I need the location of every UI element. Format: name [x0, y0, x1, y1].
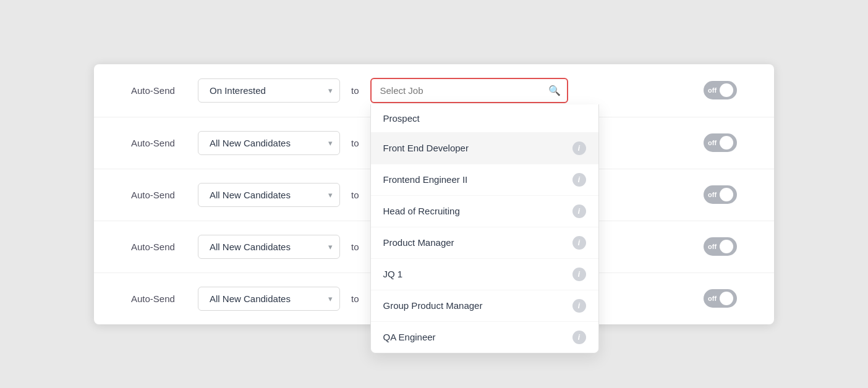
- job-search-wrapper: 🔍 Prospect Front End Developer i Fronten…: [370, 78, 568, 103]
- dropdown-item-jq1[interactable]: JQ 1 i: [371, 259, 598, 290]
- main-card: Auto-Send On Interested ▾ to 🔍 Prospect …: [94, 64, 774, 324]
- to-label-5: to: [351, 293, 359, 304]
- auto-send-label-4: Auto-Send: [131, 242, 187, 252]
- dropdown-item-label-head-recruiting: Head of Recruiting: [383, 206, 460, 216]
- dropdown-item-head-recruiting[interactable]: Head of Recruiting i: [371, 196, 598, 227]
- candidate-type-wrapper-3: All New Candidates ▾: [198, 183, 340, 207]
- to-label-2: to: [351, 138, 359, 148]
- candidate-type-value-4: All New Candidates: [210, 242, 291, 252]
- search-icon: 🔍: [548, 85, 561, 96]
- auto-send-label-2: Auto-Send: [131, 138, 187, 148]
- toggle-knob-4: [720, 240, 733, 253]
- candidate-type-wrapper-4: All New Candidates ▾: [198, 235, 340, 259]
- job-search-input[interactable]: [370, 78, 568, 103]
- toggle-knob-1: [720, 83, 733, 97]
- info-icon-frontend-dev: i: [572, 141, 586, 155]
- info-icon-group-pm: i: [572, 299, 586, 313]
- toggle-off-label-2: off: [708, 139, 717, 146]
- candidate-type-value-1: On Interested: [210, 85, 266, 96]
- auto-send-label-3: Auto-Send: [131, 190, 187, 200]
- toggle-5[interactable]: off: [704, 289, 737, 308]
- info-icon-qa-engineer: i: [572, 331, 586, 344]
- toggle-3[interactable]: off: [704, 185, 737, 204]
- dropdown-item-group-pm[interactable]: Group Product Manager i: [371, 290, 598, 322]
- dropdown-item-label-product-manager: Product Manager: [383, 237, 454, 248]
- candidate-type-select-4[interactable]: All New Candidates: [198, 235, 340, 259]
- info-icon-head-recruiting: i: [572, 205, 586, 218]
- candidate-type-wrapper-1: On Interested ▾: [198, 78, 340, 103]
- info-icon-jq1: i: [572, 268, 586, 281]
- toggle-knob-2: [720, 136, 733, 150]
- candidate-type-select-5[interactable]: All New Candidates: [198, 287, 340, 311]
- dropdown-item-label-jq1: JQ 1: [383, 269, 403, 279]
- toggle-1[interactable]: off: [704, 81, 737, 99]
- toggle-off-label-3: off: [708, 191, 717, 198]
- toggle-off-label-5: off: [708, 295, 717, 302]
- to-label-4: to: [351, 242, 359, 252]
- toggle-2[interactable]: off: [704, 133, 737, 152]
- dropdown-item-qa-engineer[interactable]: QA Engineer i: [371, 322, 598, 353]
- candidate-type-select-3[interactable]: All New Candidates: [198, 183, 340, 207]
- candidate-type-value-3: All New Candidates: [210, 190, 291, 200]
- candidate-type-wrapper-2: All New Candidates ▾: [198, 131, 340, 155]
- candidate-type-select-1[interactable]: On Interested: [198, 78, 340, 103]
- dropdown-item-frontend-dev[interactable]: Front End Developer i: [371, 133, 598, 164]
- candidate-type-value-2: All New Candidates: [210, 138, 291, 148]
- dropdown-item-label-frontend-dev: Front End Developer: [383, 143, 469, 153]
- auto-send-label-5: Auto-Send: [131, 293, 187, 304]
- dropdown-item-prospect[interactable]: Prospect: [371, 104, 598, 133]
- auto-send-label-1: Auto-Send: [131, 85, 187, 96]
- toggle-off-label-1: off: [708, 86, 717, 94]
- job-dropdown-menu: Prospect Front End Developer i Frontend …: [370, 104, 599, 353]
- info-icon-product-manager: i: [572, 236, 586, 250]
- dropdown-item-label-prospect: Prospect: [383, 113, 420, 124]
- toggle-4[interactable]: off: [704, 237, 737, 256]
- candidate-type-select-2[interactable]: All New Candidates: [198, 131, 340, 155]
- toggle-off-label-4: off: [708, 243, 717, 250]
- info-icon-frontend-eng: i: [572, 173, 586, 187]
- dropdown-item-frontend-eng[interactable]: Frontend Engineer II i: [371, 164, 598, 196]
- auto-send-row-1: Auto-Send On Interested ▾ to 🔍 Prospect …: [94, 64, 774, 117]
- dropdown-item-label-frontend-eng: Frontend Engineer II: [383, 174, 468, 185]
- dropdown-item-label-group-pm: Group Product Manager: [383, 300, 483, 311]
- to-label-3: to: [351, 190, 359, 200]
- candidate-type-value-5: All New Candidates: [210, 293, 291, 304]
- dropdown-item-label-qa-engineer: QA Engineer: [383, 332, 436, 342]
- toggle-knob-3: [720, 188, 733, 201]
- candidate-type-wrapper-5: All New Candidates ▾: [198, 287, 340, 311]
- dropdown-item-product-manager[interactable]: Product Manager i: [371, 227, 598, 259]
- to-label-1: to: [351, 85, 359, 96]
- toggle-knob-5: [720, 292, 733, 305]
